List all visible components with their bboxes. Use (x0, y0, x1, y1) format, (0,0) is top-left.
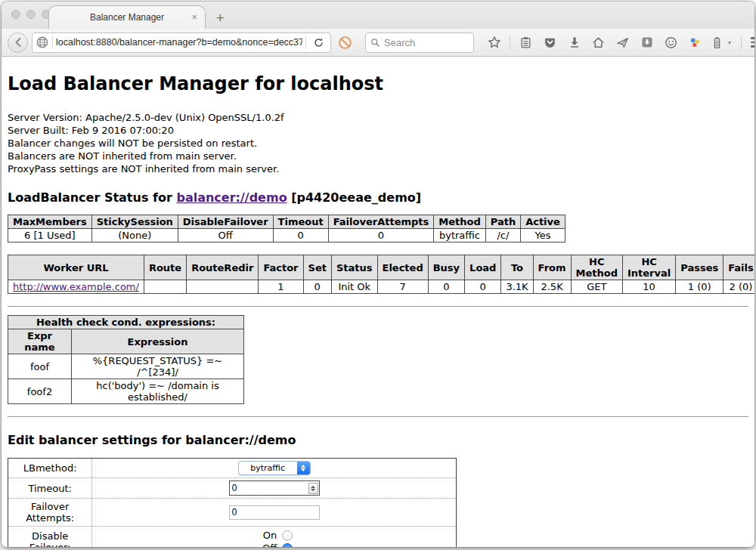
pocket-icon (544, 36, 556, 49)
cell-expr-name: foof2 (8, 379, 72, 404)
cell-expression: hc('body') =~ /domain is established/ (72, 379, 244, 404)
table-header-row: MaxMembers StickySession DisableFailover… (8, 215, 565, 229)
window-close-button[interactable] (11, 10, 20, 19)
smiley-icon (665, 36, 677, 49)
cell-routeredir (187, 280, 259, 294)
timeout-input[interactable] (230, 483, 308, 493)
search-input[interactable] (384, 37, 469, 48)
table-header-row: Expr name Expression (8, 329, 244, 354)
col-path: Path (485, 215, 520, 229)
cell-method: bytraffic (434, 229, 485, 243)
extension-dots-button[interactable] (685, 32, 705, 53)
col-routeredir: RouteRedir (187, 255, 259, 280)
send-tab-button[interactable] (612, 32, 633, 53)
col-timeout: Timeout (273, 215, 328, 229)
tab-balancer-manager[interactable]: Balancer Manager × (48, 5, 206, 29)
tab-close-icon[interactable]: × (191, 11, 197, 23)
paper-plane-icon (616, 36, 629, 49)
bookmarks-menu-button[interactable] (516, 32, 536, 53)
cell-path: /c/ (485, 229, 520, 243)
worker-status-table: Worker URL Route RouteRedir Factor Set S… (8, 255, 754, 294)
search-bar[interactable] (365, 32, 474, 53)
failover-attempts-input[interactable] (229, 505, 320, 520)
health-check-table: Health check cond. expressions: Expr nam… (8, 315, 244, 404)
urlbar-divider (305, 36, 306, 49)
col-expr-name: Expr name (8, 329, 72, 354)
url-input[interactable] (56, 37, 302, 48)
content-blocker-button[interactable] (335, 32, 355, 53)
page-title: Load Balancer Manager for localhost (8, 73, 748, 94)
balancer-demo-link[interactable]: balancer://demo (176, 190, 287, 205)
clipboard-icon (519, 36, 532, 49)
cell-maxmembers: 6 [1 Used] (8, 229, 92, 243)
status-heading-suffix: [p4420eeae_demo] (287, 190, 422, 205)
save-page-button[interactable] (637, 32, 657, 53)
bookmark-star-button[interactable] (484, 32, 504, 53)
back-button[interactable] (8, 32, 28, 53)
col-method: Method (434, 215, 485, 229)
downloads-button[interactable] (564, 32, 584, 53)
notice-inherit-proxypass: ProxyPass settings are NOT inherited fro… (8, 162, 748, 175)
url-bar[interactable] (32, 32, 331, 53)
cell-passes: 1 (0) (676, 280, 723, 294)
overflow-caret-icon[interactable]: ▾ (728, 39, 736, 46)
window-minimize-button[interactable] (26, 10, 36, 19)
col-expression: Expression (72, 329, 244, 354)
battery-extension-button[interactable] (709, 32, 724, 53)
section-divider (8, 306, 748, 307)
star-icon (488, 36, 501, 49)
home-button[interactable] (588, 32, 609, 53)
edit-settings-heading: Edit balancer settings for balancer://de… (8, 433, 748, 447)
hamburger-icon (751, 37, 754, 48)
back-arrow-icon (12, 36, 24, 48)
select-stepper-icon (297, 462, 310, 474)
reload-icon (313, 37, 324, 48)
toolbar-separator (510, 35, 510, 50)
loadbalancer-status-heading: LoadBalancer Status for balancer://demo … (8, 190, 748, 205)
col-hc-method: HC Method (571, 255, 622, 280)
col-hc-interval: HC Interval (622, 255, 675, 280)
disable-failover-off-radio[interactable] (282, 543, 293, 548)
cell-active: Yes (521, 229, 565, 243)
cell-route (144, 280, 186, 294)
lbmethod-select[interactable]: bytraffic (238, 461, 311, 475)
square-download-icon (641, 36, 653, 48)
feedback-button[interactable] (661, 32, 681, 53)
new-tab-button[interactable]: + (216, 11, 225, 25)
table-row: foof2 hc('body') =~ /domain is establish… (8, 379, 244, 404)
notice-inherit-balancers: Balancers are NOT inherited from main se… (8, 150, 748, 162)
cell-from: 2.5K (533, 280, 571, 294)
tab-bar: Balancer Manager × + (2, 2, 754, 29)
worker-url-link[interactable]: http://www.example.com/ (13, 281, 139, 292)
timeout-field-wrap (229, 480, 320, 496)
cell-load: 0 (465, 280, 501, 294)
radio-on-label: On (256, 529, 277, 542)
col-set: Set (303, 255, 331, 280)
balancer-status-table: MaxMembers StickySession DisableFailover… (8, 215, 565, 243)
disable-failover-label: Disable Failover: (8, 527, 92, 548)
disable-failover-on-radio[interactable] (282, 530, 293, 541)
cell-stickysession: (None) (91, 229, 178, 243)
col-disablefailover: DisableFailover (178, 215, 273, 229)
cell-to: 3.1K (501, 280, 533, 294)
form-row-disable-failover: Disable Failover: On Off (8, 527, 457, 548)
toolbar-separator (741, 35, 742, 50)
form-row-timeout: Timeout: (8, 478, 457, 499)
blocked-icon (338, 36, 352, 50)
home-icon (592, 36, 605, 49)
search-icon (370, 38, 380, 48)
number-spinner-icon[interactable] (308, 483, 318, 494)
browser-window: Balancer Manager × + (2, 2, 754, 547)
cell-expr-name: foof (8, 354, 72, 379)
table-row: foof %{REQUEST_STATUS} =~ /^[234]/ (8, 354, 244, 379)
pocket-button[interactable] (540, 32, 560, 53)
failover-attempts-label: Failover Attempts: (8, 499, 92, 527)
cell-hc-method: GET (571, 280, 622, 294)
menu-button[interactable] (747, 32, 754, 53)
reload-button[interactable] (309, 32, 327, 53)
navigation-toolbar: ▾ (2, 29, 754, 57)
col-passes: Passes (676, 255, 723, 280)
col-active: Active (521, 215, 565, 229)
cell-fails: 2 (0) (723, 280, 754, 294)
col-elected: Elected (377, 255, 428, 280)
